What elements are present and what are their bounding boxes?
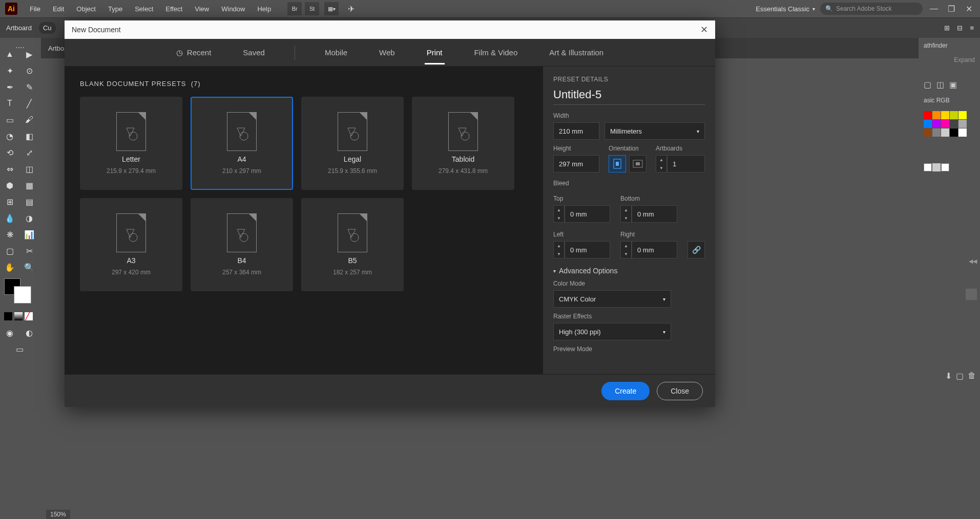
preset-card-tabloid[interactable]: Tabloid 279.4 x 431.8 mm — [412, 97, 514, 190]
menu-file[interactable]: File — [24, 2, 47, 16]
create-button[interactable]: Create — [601, 382, 650, 400]
dialog-close-button[interactable]: ✕ — [700, 24, 708, 35]
arrange-docs-icon[interactable]: ▦▾ — [324, 2, 339, 15]
magic-wand-tool[interactable]: ✦ — [0, 62, 19, 79]
preset-card-letter[interactable]: Letter 215.9 x 279.4 mm — [80, 97, 182, 190]
screen-mode-icon[interactable]: ◐ — [19, 325, 39, 341]
new-icon[interactable]: ▢ — [956, 371, 964, 381]
advanced-options-toggle[interactable]: ▾Advanced Options — [553, 267, 705, 275]
swatch[interactable] — [941, 111, 949, 119]
publish-icon[interactable]: ✈ — [344, 2, 358, 15]
menu-help[interactable]: Help — [251, 2, 277, 16]
eraser-tool[interactable]: ◧ — [19, 128, 39, 144]
selection-tool[interactable]: ▲ — [0, 46, 19, 62]
fill-stroke-swatch[interactable] — [4, 278, 20, 295]
width-input[interactable]: 210 mm — [553, 122, 599, 140]
swatch[interactable] — [932, 128, 941, 137]
menu-object[interactable]: Object — [70, 2, 102, 16]
none-mode-swatch[interactable]: ╱ — [25, 312, 33, 320]
perspective-tool[interactable]: ▦ — [19, 177, 39, 193]
step-down-icon[interactable]: ▼ — [656, 164, 666, 172]
step-up-icon[interactable]: ▲ — [656, 156, 666, 164]
artboards-input[interactable]: 1 — [667, 155, 705, 172]
height-input[interactable]: 297 mm — [553, 155, 599, 172]
swatch[interactable] — [932, 163, 941, 171]
workspace-switcher[interactable]: Essentials Classic▾ — [756, 5, 815, 13]
paintbrush-tool[interactable]: 🖌 — [19, 112, 39, 128]
curvature-tool[interactable]: ✎ — [19, 79, 39, 95]
direct-selection-tool[interactable]: ▶ — [19, 46, 39, 62]
scale-tool[interactable]: ⤢ — [19, 144, 39, 161]
trash-icon[interactable]: ⬇ — [945, 371, 952, 381]
type-tool[interactable]: T — [0, 95, 19, 112]
swatch[interactable] — [924, 111, 932, 119]
free-transform-tool[interactable]: ◫ — [19, 161, 39, 177]
tab-mobile[interactable]: Mobile — [323, 40, 349, 64]
bleed-top-input[interactable]: 0 mm — [565, 205, 610, 223]
orientation-portrait[interactable] — [609, 155, 626, 172]
menu-edit[interactable]: Edit — [47, 2, 70, 16]
align-icon[interactable]: ⊞ — [944, 24, 950, 32]
bleed-right-stepper[interactable]: ▲▼ — [620, 241, 632, 258]
stock-icon[interactable]: St — [305, 2, 319, 15]
shape-builder-tool[interactable]: ⬢ — [0, 177, 19, 193]
bridge-icon[interactable]: Br — [287, 2, 302, 15]
line-tool[interactable]: ╱ — [19, 95, 39, 112]
swatch[interactable] — [958, 111, 967, 119]
draw-mode-icon[interactable]: ◉ — [0, 325, 19, 341]
width-tool[interactable]: ⇔ — [0, 161, 19, 177]
bleed-top-stepper[interactable]: ▲▼ — [553, 205, 565, 223]
menu-view[interactable]: View — [189, 2, 215, 16]
swatch[interactable] — [932, 120, 941, 128]
swatch[interactable] — [932, 111, 941, 119]
color-mode-swatch[interactable] — [4, 312, 12, 320]
expand-button[interactable]: Expand — [919, 53, 980, 67]
pathfinder-panel-tab[interactable]: athfinder — [919, 38, 980, 53]
preset-card-a3[interactable]: A3 297 x 420 mm — [80, 198, 182, 291]
bleed-right-input[interactable]: 0 mm — [632, 241, 677, 258]
window-close[interactable]: ✕ — [963, 5, 975, 13]
zoom-tool[interactable]: 🔍 — [19, 259, 39, 275]
artboard-tool[interactable]: ▢ — [0, 243, 19, 259]
swatch[interactable] — [924, 128, 932, 137]
tab-recent[interactable]: ◷Recent — [174, 40, 214, 65]
zoom-level[interactable]: 150% — [46, 510, 70, 519]
gradient-tool[interactable]: ▤ — [19, 193, 39, 210]
rectangle-tool[interactable]: ▭ — [0, 112, 19, 128]
preset-card-legal[interactable]: Legal 215.9 x 355.6 mm — [301, 97, 404, 190]
pen-tool[interactable]: ✒ — [0, 79, 19, 95]
lasso-tool[interactable]: ⊙ — [19, 62, 39, 79]
artboards-stepper[interactable]: ▲▼ — [656, 155, 667, 172]
units-dropdown[interactable]: Millimeters▾ — [604, 122, 705, 140]
menu-type[interactable]: Type — [102, 2, 129, 16]
swatch[interactable] — [950, 111, 958, 119]
menu-effect[interactable]: Effect — [159, 2, 189, 16]
menu-window[interactable]: Window — [215, 2, 251, 16]
stock-search[interactable]: 🔍Search Adobe Stock — [820, 3, 923, 15]
swatch[interactable] — [941, 163, 949, 171]
swatch[interactable] — [958, 128, 967, 137]
preset-card-b5[interactable]: B5 182 x 257 mm — [301, 198, 404, 291]
control-field[interactable]: Cu — [39, 22, 56, 34]
window-minimize[interactable]: — — [928, 5, 940, 13]
bleed-link-toggle[interactable]: 🔗 — [687, 241, 705, 258]
tab-film-video[interactable]: Film & Video — [472, 40, 520, 64]
panel-icon[interactable]: ▢ — [924, 80, 931, 90]
tab-web[interactable]: Web — [377, 40, 397, 64]
slice-tool[interactable]: ✂ — [19, 243, 39, 259]
distribute-icon[interactable]: ⊟ — [957, 24, 963, 32]
bleed-bottom-stepper[interactable]: ▲▼ — [620, 205, 632, 223]
symbol-sprayer-tool[interactable]: ❋ — [0, 226, 19, 243]
bleed-left-input[interactable]: 0 mm — [565, 241, 610, 258]
preset-card-a4[interactable]: A4 210 x 297 mm — [191, 97, 293, 190]
panel-icon[interactable]: ◫ — [936, 80, 944, 90]
bleed-left-stepper[interactable]: ▲▼ — [553, 241, 565, 258]
layers-icon[interactable] — [966, 289, 977, 300]
gradient-mode-swatch[interactable] — [14, 312, 23, 320]
color-mode-dropdown[interactable]: CMYK Color▾ — [553, 290, 671, 308]
menu-select[interactable]: Select — [129, 2, 159, 16]
tab-art-illustration[interactable]: Art & Illustration — [547, 40, 606, 64]
blend-tool[interactable]: ◑ — [19, 210, 39, 226]
close-button[interactable]: Close — [657, 382, 703, 400]
swatch[interactable] — [950, 128, 958, 137]
